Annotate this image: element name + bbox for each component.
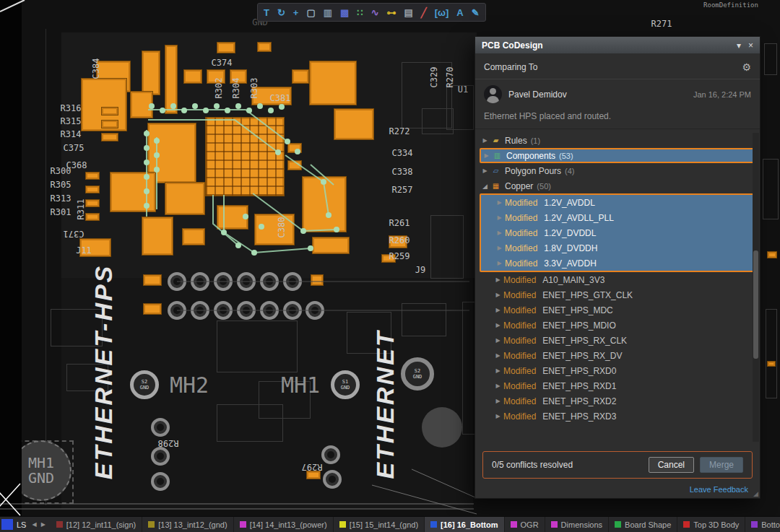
scroll-layers-left-icon[interactable]: ◀ [30, 521, 38, 528]
matrix-tool-icon[interactable]: ▩ [340, 8, 349, 17]
layer-color-chip [240, 521, 246, 528]
copper-change-1.2V_AVDDL[interactable]: ▶Modified1.2V_AVDDL [481, 195, 754, 210]
layer-color-chip [615, 521, 621, 528]
group-label: Rules [505, 136, 527, 146]
panel-menu-icon[interactable]: ▾ [737, 40, 741, 51]
pcb-designator: R271 [651, 19, 672, 29]
layer-tab-15-15_int14_-gnd[interactable]: [15] 15_int14_(gnd) [334, 517, 425, 532]
layer-label: OGR [521, 520, 539, 529]
expand-arrow-icon[interactable]: ▶ [493, 322, 503, 328]
wave-tool-icon[interactable]: ∿ [371, 8, 379, 17]
copper-change-ENET_HPS_GTX_CLK[interactable]: ▶ModifiedENET_HPS_GTX_CLK [480, 287, 755, 302]
copper-change-1.2V_AVDLL_PLL[interactable]: ▶Modified1.2V_AVDLL_PLL [481, 210, 754, 225]
mount-pad-s1[interactable]: S1 GND [331, 370, 360, 399]
reroute-tool-icon[interactable]: ↻ [277, 8, 285, 17]
group-count: (1) [531, 136, 540, 145]
tree-group-copper[interactable]: ◢ ▦ Copper (50) [480, 178, 755, 193]
text-tool-icon[interactable]: A [456, 8, 463, 17]
pcb-via [237, 272, 256, 291]
copper-change-ENET_HPS_RXD0[interactable]: ▶ModifiedENET_HPS_RXD0 [480, 363, 755, 378]
copper-change-ENET_HPS_RXD1[interactable]: ▶ModifiedENET_HPS_RXD1 [480, 378, 755, 393]
key-tool-icon[interactable]: ⊶ [387, 8, 396, 17]
expand-arrow-icon[interactable]: ▶ [493, 352, 503, 359]
copper-change-1.2V_DVDDL[interactable]: ▶Modified1.2V_DVDDL [481, 225, 754, 240]
rules-icon: ▰ [490, 136, 501, 144]
expand-arrow-icon[interactable]: ▶ [493, 307, 503, 313]
expand-arrow-icon[interactable]: ▶ [494, 214, 505, 221]
tree-group-components[interactable]: ▶ ▥ Components (53) [480, 148, 755, 163]
merge-button[interactable]: Merge [700, 457, 743, 473]
selection-area-tool-icon[interactable]: ▢ [306, 8, 315, 17]
panel-close-icon[interactable]: × [748, 40, 753, 51]
change-status: Modified [503, 411, 536, 422]
copper-change-ENET_HPS_RXD3[interactable]: ▶ModifiedENET_HPS_RXD3 [480, 409, 755, 424]
change-status: Modified [503, 381, 536, 391]
expand-arrow-icon[interactable]: ▶ [493, 383, 503, 389]
layer-color-chip [511, 521, 517, 528]
expand-arrow-icon[interactable]: ▶ [480, 137, 490, 144]
scroll-layers-right-icon[interactable]: ▶ [39, 521, 48, 528]
tree-group-polygon-pours[interactable]: ▶ ▱ Polygon Pours (4) [480, 163, 755, 178]
collapse-arrow-icon[interactable]: ◢ [480, 183, 490, 190]
panel-header[interactable]: PCB CoDesign ▾ × [475, 37, 760, 53]
pcb-pad [165, 182, 205, 215]
resize-grip-icon[interactable]: ◢ [753, 490, 758, 497]
group-count: (4) [565, 167, 574, 175]
pcb-designator: R311 [76, 199, 86, 220]
measure-tool-icon[interactable]: [ω] [435, 8, 449, 17]
expand-arrow-icon[interactable]: ▶ [480, 167, 490, 174]
copper-change-ENET_HPS_MDC[interactable]: ▶ModifiedENET_HPS_MDC [480, 302, 755, 318]
copper-change-ENET_HPS_RX_DV[interactable]: ▶ModifiedENET_HPS_RX_DV [480, 348, 755, 363]
cancel-button[interactable]: Cancel [649, 457, 694, 473]
layer-tab-ogr[interactable]: OGR [505, 517, 545, 532]
active-layer-color-chip [1, 519, 13, 530]
tree-scrollbar[interactable] [753, 133, 759, 442]
pcb-pad [85, 199, 100, 207]
expand-arrow-icon[interactable]: ▶ [493, 276, 503, 283]
copper-change-A10_MAIN_3V3[interactable]: ▶ModifiedA10_MAIN_3V3 [480, 272, 755, 287]
expand-arrow-icon[interactable]: ▶ [493, 398, 503, 404]
color-dots-tool-icon[interactable]: ∷ [357, 8, 363, 17]
expand-arrow-icon[interactable]: ▶ [493, 292, 503, 298]
expand-arrow-icon[interactable]: ▶ [494, 230, 505, 236]
copper-change-3.3V_AVDDH[interactable]: ▶Modified3.3V_AVDDH [481, 256, 754, 271]
tree-group-rules[interactable]: ▶ ▰ Rules (1) [480, 133, 755, 148]
mount-pad-s2[interactable]: S2 GND [130, 370, 159, 399]
layer-tab-13-13_int12_-gnd[interactable]: [13] 13_int12_(gnd) [142, 517, 233, 532]
comment-message: Ethernet HPS placed and routed. [484, 111, 751, 121]
net-name: ENET_HPS_RX_CLK [542, 336, 627, 346]
move-tool-icon[interactable]: + [293, 8, 299, 17]
text-cursor-tool-icon[interactable]: T [264, 8, 269, 17]
layer-tab-board-shape[interactable]: Board Shape [609, 517, 677, 532]
layer-tab-12-12_int11_-sign[interactable]: [12] 12_int11_(sign) [51, 517, 142, 532]
copper-change-ENET_HPS_MDIO[interactable]: ▶ModifiedENET_HPS_MDIO [480, 318, 755, 333]
settings-gear-icon[interactable]: ⚙ [742, 61, 751, 73]
expand-arrow-icon[interactable]: ▶ [494, 245, 505, 251]
group-label: Components [506, 151, 555, 161]
layer-tab-14-14_int13_-power[interactable]: [14] 14_int13_(power) [234, 517, 334, 532]
copper-change-ENET_HPS_RXD2[interactable]: ▶ModifiedENET_HPS_RXD2 [480, 393, 755, 409]
pcb-pad [309, 61, 357, 105]
expand-arrow-icon[interactable]: ▶ [493, 337, 503, 344]
mount-pad-s2-right[interactable]: S2 GND [401, 357, 434, 391]
expand-arrow-icon[interactable]: ▶ [481, 152, 492, 159]
scrollbar-thumb[interactable] [753, 250, 758, 359]
pcb-pad [85, 172, 100, 180]
layer-tab-dimensions[interactable]: Dimensions [545, 517, 609, 532]
diagonal-line-tool-icon[interactable]: ╱ [421, 8, 427, 17]
layer-stack-tool-icon[interactable]: ▤ [404, 8, 413, 17]
silkscreen-ethernet-hps-label: ETHERNET-HPS [90, 264, 118, 480]
layer-tab-16-16_bottom[interactable]: [16] 16_Bottom [425, 517, 504, 532]
layer-tab-top-3d-body[interactable]: Top 3D Body [677, 517, 745, 532]
pencil-tool-icon[interactable]: ✎ [472, 8, 480, 17]
layer-tab-bottom-3d-body[interactable]: Bottom 3D Body [745, 517, 780, 532]
copper-change-1.8V_DVDDH[interactable]: ▶Modified1.8V_DVDDH [481, 240, 754, 256]
expand-arrow-icon[interactable]: ▶ [494, 199, 505, 206]
column-chart-tool-icon[interactable]: ▥ [324, 8, 332, 17]
layer-label: [14] 14_int13_(power) [250, 520, 327, 529]
expand-arrow-icon[interactable]: ▶ [493, 413, 503, 419]
expand-arrow-icon[interactable]: ▶ [494, 260, 505, 266]
expand-arrow-icon[interactable]: ▶ [493, 367, 503, 374]
leave-feedback-link[interactable]: Leave Feedback [690, 485, 748, 494]
copper-change-ENET_HPS_RX_CLK[interactable]: ▶ModifiedENET_HPS_RX_CLK [480, 333, 755, 348]
